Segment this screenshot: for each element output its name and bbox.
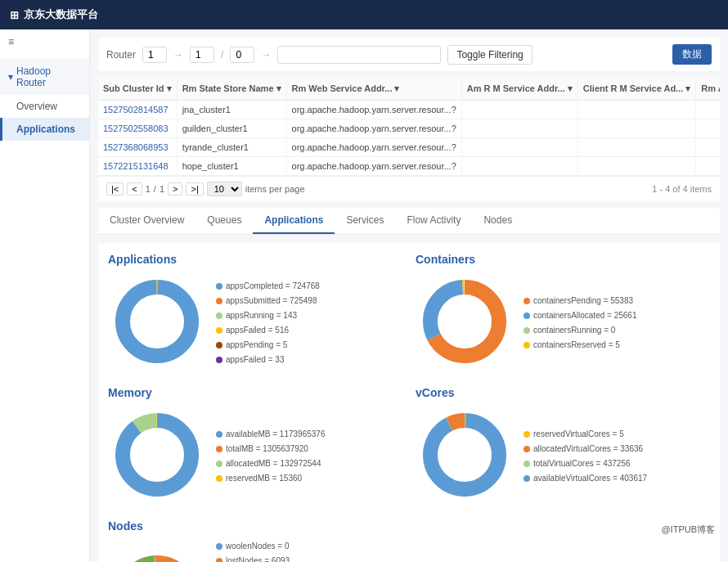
cluster-table: Sub Cluster Id ▾ Rm State Store Name ▾ R…	[98, 78, 720, 201]
cell-web-service	[461, 119, 577, 138]
chart-nodes-body: woolenNodes = 0 lostNodes = 6093 shutdow…	[108, 539, 402, 562]
sidebar: ≡ ▾ Hadoop Router Overview Applications	[0, 29, 90, 562]
items-per-page-select[interactable]: 10 20 50	[207, 182, 242, 196]
table-header-row: Sub Cluster Id ▾ Rm State Store Name ▾ R…	[98, 78, 720, 101]
cell-sub-cluster: hope_cluster1	[177, 157, 286, 176]
app-logo: ⊞ 京东大数据平台	[10, 7, 98, 22]
chart-containers-title: Containers	[416, 253, 710, 266]
total-pages: 1	[160, 184, 164, 194]
table-row: 1527502558083 guilden_cluster1 org.apach…	[98, 119, 720, 138]
cell-am-rm	[577, 119, 696, 138]
cell-client-rm	[696, 138, 720, 157]
chart-containers-body: containersPending = 55383 containersAllo…	[416, 272, 710, 373]
cell-web-service	[461, 138, 577, 157]
search-button[interactable]: 数据	[672, 44, 712, 65]
tab-flow-activity[interactable]: Flow Activity	[395, 208, 472, 234]
svg-point-18	[440, 430, 489, 479]
cell-web-service	[461, 101, 577, 119]
col-header-id: Sub Cluster Id ▾	[98, 78, 177, 101]
chart-containers: Containers containersPending = 55383	[416, 253, 710, 373]
nodes-legend: woolenNodes = 0 lostNodes = 6093 shutdow…	[216, 539, 316, 562]
cell-am-rm	[577, 157, 696, 176]
data-table: Sub Cluster Id ▾ Rm State Store Name ▾ R…	[98, 78, 720, 176]
total-pages-input[interactable]	[230, 47, 254, 63]
table-body: 1527502814587 jna_cluster1 org.apache.ha…	[98, 101, 720, 176]
tab-queues[interactable]: Queues	[195, 208, 253, 234]
table-row: 1527368068953 tyrande_cluster1 org.apach…	[98, 138, 720, 157]
containers-legend: containersPending = 55383 containersAllo…	[524, 294, 636, 353]
pagination: |< < 1 / 1 > >| 10 20 50 items per page …	[98, 176, 720, 201]
filter-bar: Router → / → Toggle Filtering 数据	[98, 38, 720, 71]
chart-vcores-body: reservedVirtualCores = 5 allocatedVirtua…	[416, 406, 710, 506]
col-header-web-service: Rm Web Service Addr... ▾	[286, 78, 461, 101]
cell-id: 1572215131648	[98, 157, 177, 176]
cell-client-rm	[696, 157, 720, 176]
tab-services[interactable]: Services	[335, 208, 395, 234]
cell-sub-cluster: guilden_cluster1	[177, 119, 286, 138]
sidebar-section: ▾ Hadoop Router Overview Applications	[0, 59, 89, 141]
charts-grid: Applications	[108, 253, 710, 562]
chart-memory-body: availableMB = 1173965376 totalMB = 13056…	[108, 406, 402, 506]
vcores-donut	[416, 406, 514, 506]
chart-applications-body: appsCompleted = 724768 appsSubmitted = 7…	[108, 272, 402, 373]
chevron-down-icon: ▾	[8, 71, 13, 83]
chart-memory-title: Memory	[108, 386, 402, 399]
applications-legend: appsCompleted = 724768 appsSubmitted = 7…	[216, 279, 320, 367]
cell-store-name: org.apache.hadoop.yarn.server.resour...?	[286, 119, 461, 138]
cell-store-name: org.apache.hadoop.yarn.server.resour...?	[286, 157, 461, 176]
tabs: Cluster Overview Queues Applications Ser…	[98, 208, 720, 235]
filter-search-input[interactable]	[277, 46, 441, 64]
cell-web-service	[461, 157, 577, 176]
svg-point-8	[440, 297, 489, 346]
chart-memory: Memory availableMB =	[108, 386, 402, 506]
table-wrap: Sub Cluster Id ▾ Rm State Store Name ▾ R…	[98, 78, 720, 176]
chart-applications-title: Applications	[108, 253, 402, 266]
sidebar-item-overview[interactable]: Overview	[0, 95, 89, 118]
main-content: Router → / → Toggle Filtering 数据 Sub Clu…	[90, 29, 728, 562]
filter-sep: →	[173, 49, 183, 61]
tab-cluster-overview[interactable]: Cluster Overview	[98, 208, 195, 234]
last-page-button[interactable]: >|	[186, 182, 203, 196]
cell-sub-cluster: tyrande_cluster1	[177, 138, 286, 157]
cell-id: 1527502814587	[98, 101, 177, 119]
cell-store-name: org.apache.hadoop.yarn.server.resour...?	[286, 101, 461, 119]
page-number-input[interactable]	[190, 47, 214, 63]
svg-point-13	[133, 430, 182, 479]
tab-applications[interactable]: Applications	[253, 208, 335, 234]
first-page-button[interactable]: |<	[106, 182, 124, 196]
col-header-client-rm: Client R M Service Ad... ▾	[577, 78, 696, 101]
next-page-button[interactable]: >	[168, 182, 182, 196]
items-label: items per page	[245, 184, 305, 194]
cell-am-rm	[577, 101, 696, 119]
topbar: ⊞ 京东大数据平台	[0, 0, 728, 29]
chart-nodes: Nodes woolenNodes = 0	[108, 519, 402, 562]
watermark: @ITPUB博客	[656, 522, 720, 537]
charts-section: Applications	[98, 243, 720, 562]
current-page: 1	[146, 184, 151, 194]
containers-donut	[416, 272, 514, 373]
cell-id: 1527502558083	[98, 119, 177, 138]
sidebar-section-title[interactable]: ▾ Hadoop Router	[0, 59, 89, 95]
toggle-filter-button[interactable]: Toggle Filtering	[447, 45, 532, 65]
nodes-donut	[108, 548, 206, 563]
cell-store-name: org.apache.hadoop.yarn.server.resour...?	[286, 138, 461, 157]
col-header-am-rm: Am R M Service Addr... ▾	[461, 78, 577, 101]
cell-am-rm	[577, 138, 696, 157]
memory-donut	[108, 406, 206, 506]
col-header-state-store: Rm State Store Name ▾	[177, 78, 286, 101]
sidebar-item-applications[interactable]: Applications	[0, 118, 89, 141]
cell-client-rm	[696, 119, 720, 138]
chart-vcores-title: vCores	[416, 386, 710, 399]
svg-point-4	[133, 297, 182, 346]
tab-nodes[interactable]: Nodes	[472, 208, 524, 234]
table-row: 1527502814587 jna_cluster1 org.apache.ha…	[98, 101, 720, 119]
cell-sub-cluster: jna_cluster1	[177, 101, 286, 119]
applications-donut	[108, 272, 206, 373]
prev-page-button[interactable]: <	[127, 182, 142, 196]
sidebar-menu-icon[interactable]: ≡	[0, 29, 89, 54]
result-info: 1 - 4 of 4 items	[652, 184, 712, 194]
memory-legend: availableMB = 1173965376 totalMB = 13056…	[216, 427, 325, 486]
page-slash: /	[154, 184, 156, 194]
router-label: Router	[106, 49, 136, 61]
router-input[interactable]	[142, 47, 167, 63]
